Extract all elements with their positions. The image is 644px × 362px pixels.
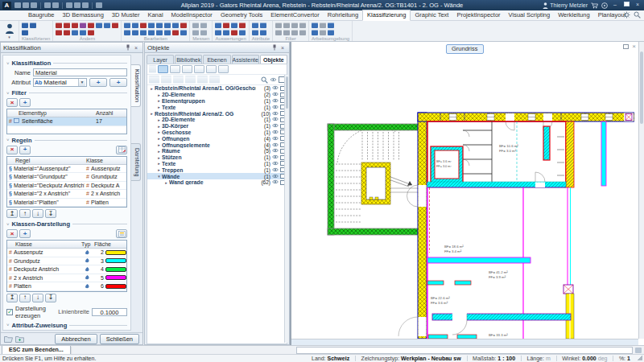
expander-icon[interactable]: ▸ [149, 111, 155, 116]
architek-dropdown[interactable]: Architek ▼ [47, 331, 93, 331]
regel-table-row[interactable]: §Material="Aussenputz"#Aussenputz [7, 165, 126, 174]
ribbon-tool-icon[interactable] [72, 30, 78, 35]
tree-item[interactable]: ▸Texte(1) [147, 161, 287, 167]
klasse-table-row[interactable]: #Deckputz Anstrich4 [7, 265, 126, 274]
expander-icon[interactable]: ▸ [156, 161, 162, 166]
expander-icon[interactable]: ▸ [149, 86, 155, 91]
ribbon-tool-icon[interactable] [312, 23, 318, 28]
ribbon-tool-icon[interactable] [88, 30, 94, 35]
regel-table-row[interactable]: §Material="Grundputz"#Grundputz [7, 173, 126, 182]
user-account[interactable]: Thierry Metzler [543, 2, 588, 9]
status-field-value[interactable]: Schweiz [328, 356, 350, 361]
tree-item[interactable]: ▸Räume(5) [147, 148, 287, 154]
search-icon[interactable] [634, 11, 641, 19]
menu-tab-klassifizierung[interactable]: Klassifizierung [362, 10, 411, 21]
open-icon[interactable] [23, 2, 29, 8]
menu-tab-graphic-text[interactable]: Graphic Text [411, 10, 452, 20]
menu-tab-baugrube[interactable]: Baugrube [24, 10, 59, 20]
tree-item[interactable]: ▸Texte(1) [147, 104, 287, 110]
ribbon-tool-icon[interactable] [80, 30, 86, 35]
ribbon-tool-icon[interactable] [252, 30, 258, 35]
sort-by-topology-icon[interactable] [158, 65, 168, 73]
close-button[interactable]: × [634, 2, 642, 9]
expander-icon[interactable]: ▸ [156, 93, 162, 97]
name-input[interactable]: Material [33, 68, 127, 76]
abbrechen-button[interactable]: Abbrechen [55, 334, 97, 344]
expander-icon[interactable]: ▸ [156, 105, 162, 109]
ribbon-tool-icon[interactable] [148, 30, 155, 35]
ribbon-tool-icon[interactable] [164, 23, 171, 28]
ribbon-tool-icon[interactable] [64, 23, 70, 28]
tree-item[interactable]: ▸Treppen(1) [147, 167, 287, 173]
move-bottom-button[interactable]: ↧ [45, 294, 56, 302]
menu-tab-elementconvertor[interactable]: ElementConvertor [266, 10, 323, 20]
attribut-add-button[interactable]: + [89, 78, 107, 87]
search-icon[interactable] [261, 76, 268, 84]
refresh-icon[interactable] [173, 76, 184, 84]
move-bottom-button[interactable]: ↧ [45, 209, 56, 218]
cart-icon[interactable] [591, 2, 598, 9]
ribbon-tool-icon[interactable] [132, 23, 138, 28]
ribbon-tool-icon[interactable] [239, 23, 246, 28]
filter-delete-button[interactable]: × [6, 98, 18, 107]
ribbon-tool-icon[interactable] [260, 30, 266, 35]
side-tab-darstellung[interactable]: Darstellung [131, 143, 141, 181]
ribbon-tool-icon[interactable] [140, 23, 147, 28]
status-field-value[interactable]: 1 : 100 [497, 356, 515, 361]
tree-item[interactable]: ▸Elementgruppen(1) [147, 98, 287, 105]
tree-item[interactable]: ▸Öffnungen(4) [147, 135, 287, 142]
document-close-icon[interactable]: × [632, 44, 636, 49]
ribbon-tool-icon[interactable] [231, 30, 237, 35]
klasse-options-icon[interactable] [116, 229, 127, 238]
move-up-button[interactable]: ↑ [19, 209, 31, 218]
expander-icon[interactable]: ▸ [156, 142, 162, 147]
klasse-table-row[interactable]: #2 x Anstrich5 [7, 274, 126, 283]
save-favorite-icon[interactable] [15, 335, 24, 343]
ribbon-tool-icon[interactable] [192, 30, 199, 35]
ribbon-tool-icon[interactable] [200, 30, 207, 35]
klasse-delete-button[interactable]: × [6, 229, 18, 238]
sort-by-attribute-icon[interactable] [218, 65, 229, 73]
tree-item[interactable]: ▸Öffnungselemente(4) [147, 142, 287, 148]
ribbon-tool-icon[interactable] [80, 23, 86, 28]
palette-scrollbar[interactable] [284, 75, 289, 343]
ribbon-tool-icon[interactable] [275, 23, 282, 28]
klasse-add-button[interactable]: + [19, 229, 31, 238]
move-top-button[interactable]: ↥ [6, 294, 18, 302]
filter-add-button[interactable]: + [19, 98, 31, 107]
palette-tab-assistenten[interactable]: Assistenten [232, 55, 259, 64]
collapse-arrow-icon[interactable]: ˅ [6, 323, 10, 327]
ribbon-tool-icon[interactable] [231, 23, 237, 28]
restore-button[interactable] [622, 2, 630, 9]
ribbon-tool-icon[interactable] [88, 23, 94, 28]
ribbon-tool-icon[interactable] [192, 23, 199, 28]
palette-tab-objekte[interactable]: Objekte [260, 55, 287, 64]
tree-item[interactable]: ▸Geschosse(1) [147, 130, 287, 136]
klasse-table-row[interactable]: #Aussenputz2 [7, 249, 126, 257]
palette-tab-layer[interactable]: Layer [147, 55, 174, 64]
settings-tool-icon[interactable] [82, 2, 89, 8]
regel-table-row[interactable]: §Material="Platten"#Platten [7, 199, 126, 208]
ribbon-tool-icon[interactable] [291, 23, 298, 28]
horizontal-scrollbar[interactable] [291, 339, 638, 345]
ribbon-tool-icon[interactable] [56, 23, 62, 28]
ribbon-tool-icon[interactable] [180, 30, 187, 35]
red-room-block[interactable] [427, 121, 606, 187]
move-top-button[interactable]: ↥ [6, 209, 18, 218]
ribbon-tool-icon[interactable] [30, 23, 36, 28]
expander-icon[interactable]: ▸ [156, 155, 162, 160]
eye-icon[interactable] [270, 179, 279, 186]
collapse-all-icon[interactable] [161, 76, 171, 84]
expander-icon[interactable]: ▸ [156, 98, 162, 103]
ribbon-tool-icon[interactable] [215, 23, 221, 28]
regel-table-row[interactable]: §Material="Deckputz Anstrich"#Deckputz A [7, 182, 126, 191]
staircase-zone[interactable] [328, 124, 418, 235]
attribut-pick-button[interactable]: + [109, 78, 127, 87]
ribbon-tool-icon[interactable] [64, 30, 70, 35]
close-icon[interactable]: × [132, 45, 140, 51]
ribbon-tool-icon[interactable] [96, 23, 102, 28]
ribbon-tool-icon[interactable] [172, 30, 179, 35]
ribbon-tool-icon[interactable] [112, 23, 118, 28]
ribbon-tool-icon[interactable] [312, 30, 318, 35]
attribut-dropdown[interactable]: Ab Material ▼ [33, 78, 87, 87]
